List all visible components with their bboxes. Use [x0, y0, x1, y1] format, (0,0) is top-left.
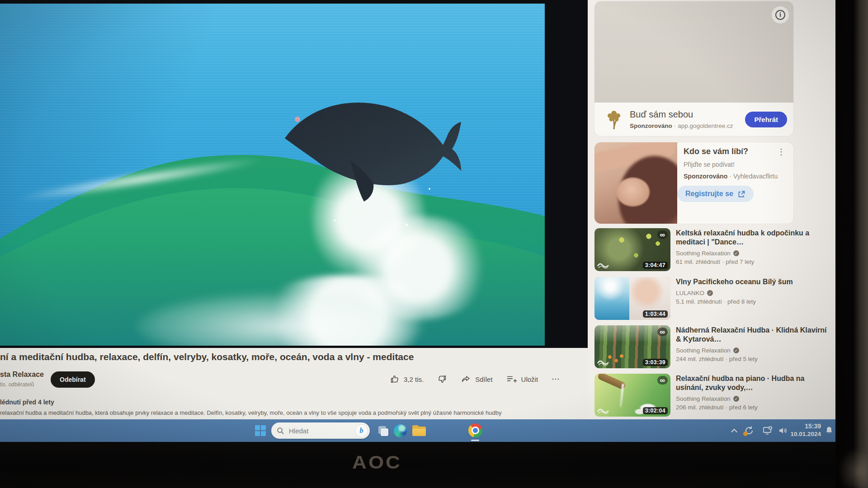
recommendation-meta: 61 mil. zhlédnutí · před 7 lety: [676, 258, 832, 265]
share-icon: [461, 374, 471, 384]
recommendation-item[interactable]: 1:03:44 Vlny Pacifickeho oceanu Bílý šum…: [594, 277, 832, 321]
ad-card-banner[interactable]: i Buď sám sebou Sponzorováno·app.gogolde…: [594, 1, 793, 136]
ad-register-label: Registrujte se: [685, 190, 733, 198]
tray-expand-button[interactable]: [727, 423, 741, 438]
ad-play-button[interactable]: Přehrát: [745, 112, 787, 127]
file-explorer-button[interactable]: [412, 423, 426, 438]
thumbs-down-icon: [437, 374, 447, 384]
infinity-badge: ∞: [657, 328, 668, 336]
taskbar: b: [0, 419, 835, 442]
recommendation-title[interactable]: Nádherná Relaxační Hudba · Klidná Klavír…: [676, 326, 832, 344]
video-thumbnail[interactable]: 1:03:44: [594, 277, 670, 320]
duration-badge: 1:03:44: [643, 310, 668, 318]
edge-button[interactable]: [393, 423, 407, 438]
ad-card-profile[interactable]: Kdo se vám líbí? ⋮ Přijďte se podívat! S…: [594, 142, 793, 224]
tree-icon: [605, 109, 623, 130]
ad-register-button[interactable]: Registrujte se: [677, 186, 754, 202]
duration-badge: 3:03:39: [643, 359, 668, 366]
tray-display-button[interactable]: [760, 423, 775, 438]
ad-sponsor-line: Sponzorováno·app.gogoldentree.cz: [630, 122, 738, 129]
ad-info-button[interactable]: i: [772, 6, 789, 23]
task-view-button[interactable]: [375, 423, 390, 438]
recommendation-channel[interactable]: Soothing Relaxation: [676, 250, 731, 257]
ad-menu-button[interactable]: ⋮: [774, 147, 788, 157]
recommendation-title[interactable]: Relaxační hudba na piano · Hudba na usín…: [676, 374, 832, 392]
verified-badge: ✓: [733, 250, 739, 256]
info-icon: i: [775, 10, 785, 20]
video-thumbnail[interactable]: ∞ 3:02:04: [594, 374, 670, 417]
ad-sponsor-line: Sponzorováno·Vyhledavacflirtu: [684, 173, 788, 180]
video-description[interactable]: relaxační hudba a meditační hudba, která…: [0, 409, 583, 416]
ad-headline: Buď sám sebou: [630, 109, 738, 120]
channel-watermark-icon: [597, 406, 610, 415]
save-button[interactable]: Uložit: [506, 374, 538, 384]
clock-time: 15:39: [786, 422, 821, 430]
duration-badge: 3:02:04: [643, 407, 668, 414]
infinity-badge: ∞: [657, 230, 668, 239]
video-title: ní a meditační hudba, relaxace, delfín, …: [0, 352, 497, 362]
video-player[interactable]: SUBSCRIBE: [0, 0, 588, 348]
bing-icon[interactable]: b: [355, 425, 368, 437]
notifications-button[interactable]: [822, 423, 835, 438]
recommendation-meta: 206 mil. zhlédnutí · před 6 lety: [676, 404, 832, 411]
like-button[interactable]: 3,2 tis.: [390, 374, 424, 384]
chrome-icon: [468, 423, 482, 437]
video-thumbnail[interactable]: ∞ 3:04:47: [594, 228, 670, 271]
infinity-badge: ∞: [657, 376, 668, 385]
search-input[interactable]: [288, 427, 352, 435]
monitor-brand-logo: AOC: [336, 452, 418, 473]
recommendation-info: Vlny Pacifickeho oceanu Bílý šum LULANKO…: [676, 277, 832, 321]
recommendation-info: Relaxační hudba na piano · Hudba na usín…: [676, 374, 832, 418]
views-line: lédnutí před 4 lety: [0, 399, 54, 406]
tray-sync-button[interactable]: [742, 423, 756, 438]
recommendation-item[interactable]: ∞ 3:03:39 Nádherná Relaxační Hudba · Kli…: [594, 325, 832, 369]
sponsored-label: Sponzorováno: [684, 173, 727, 180]
dot-separator: ·: [674, 122, 676, 129]
video-frame[interactable]: SUBSCRIBE: [0, 4, 545, 346]
ad-banner-row: Buď sám sebou Sponzorováno·app.gogoldent…: [594, 103, 793, 136]
recommendation-channel[interactable]: LULANKO: [676, 290, 704, 296]
duration-badge: 3:04:47: [643, 262, 668, 269]
verified-badge: ✓: [733, 347, 739, 353]
channel-name[interactable]: sta Relaxace: [0, 371, 44, 379]
advertiser-url: app.gogoldentree.cz: [678, 122, 733, 129]
monitor-bezel-bottom: AOC: [0, 442, 835, 488]
ad-headline: Kdo se vám líbí?: [684, 147, 748, 156]
taskbar-clock[interactable]: 15:39 10.01.2024: [786, 422, 821, 438]
recommendation-info: Nádherná Relaxační Hudba · Klidná Klavír…: [676, 325, 832, 369]
bell-icon: [824, 426, 834, 436]
save-playlist-icon: [506, 374, 517, 384]
more-actions-button[interactable]: ⋯: [552, 374, 561, 384]
display-icon: [762, 425, 773, 436]
like-count: 3,2 tis.: [404, 375, 424, 383]
ad-banner-image: [594, 1, 793, 103]
advertiser-name: Vyhledavacflirtu: [733, 173, 778, 180]
recommendation-channel[interactable]: Soothing Relaxation: [676, 347, 731, 354]
channel-watermark-icon: [597, 357, 610, 366]
chrome-button[interactable]: [468, 423, 482, 437]
recommendation-info: Keltská relaxační hudba k odpočinku a me…: [676, 228, 832, 272]
monitor-photo: SUBSCRIBE i: [0, 0, 868, 488]
recommendation-title[interactable]: Vlny Pacifickeho oceanu Bílý šum: [676, 277, 832, 286]
action-bar: 3,2 tis. Sdílet: [390, 374, 561, 384]
start-button[interactable]: [253, 423, 268, 438]
recommendation-title[interactable]: Keltská relaxační hudba k odpočinku a me…: [676, 229, 832, 247]
taskbar-search[interactable]: b: [271, 422, 370, 439]
screen: SUBSCRIBE i: [0, 0, 835, 442]
sponsored-label: Sponzorováno: [630, 122, 672, 129]
search-icon: [277, 427, 284, 435]
external-link-icon: [738, 190, 745, 198]
channel-watermark-icon: [597, 260, 610, 269]
recommendation-item[interactable]: ∞ 3:04:47 Keltská relaxační hudba k odpo…: [594, 228, 832, 272]
subscribe-button[interactable]: Odebírat: [51, 371, 95, 388]
video-thumbnail[interactable]: ∞ 3:03:39: [594, 325, 670, 368]
share-button[interactable]: Sdílet: [461, 374, 492, 384]
verified-badge: ✓: [707, 290, 713, 296]
active-app-indicator: [471, 440, 479, 441]
clock-date: 10.01.2024: [786, 430, 821, 438]
recommendation-item[interactable]: ∞ 3:02:04 Relaxační hudba na piano · Hud…: [594, 374, 832, 418]
sync-status-dot: [743, 432, 748, 436]
sidebar: i Buď sám sebou Sponzorováno·app.gogolde…: [588, 0, 835, 419]
dislike-button[interactable]: [437, 374, 447, 384]
recommendation-channel[interactable]: Soothing Relaxation: [676, 395, 731, 402]
